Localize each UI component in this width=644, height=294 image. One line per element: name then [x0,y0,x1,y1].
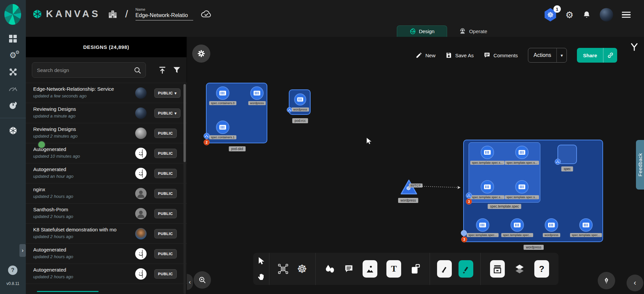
components-tool[interactable] [277,263,289,275]
drawer-tool[interactable] [490,260,505,278]
collapse-panel-button[interactable]: ‹ [187,274,193,290]
settings-gear-icon[interactable]: ⚙ [566,10,574,20]
sidebar-item-lifecycle[interactable]: ⚙⚙ [6,50,20,60]
visibility-badge[interactable]: PUBLIC [154,169,177,178]
list-item[interactable]: Reviewing Designs updated a minute ago P… [26,103,187,123]
visibility-badge[interactable]: PUBLIC▾ [154,108,180,118]
list-item[interactable]: Autogenerated updated 2 hours ago PUBLIC [26,264,187,284]
tab-operate[interactable]: Operate [447,25,499,37]
search-input[interactable] [37,63,131,77]
list-item[interactable]: nginx updated 2 hours ago PUBLIC [26,183,187,203]
design-updated: updated 2 hours ago [33,254,73,259]
pod-template-group[interactable]: spec.template.spec.s... spec.template.sp… [469,142,540,203]
actions-caret-icon[interactable]: ▾ [556,48,567,63]
list-item[interactable]: Autogenerated updated 10 minutes ago PUB… [26,143,187,163]
pointer-tool-button[interactable] [598,272,615,289]
menu-hamburger-icon[interactable] [622,12,631,18]
container-node[interactable] [216,86,229,100]
kubernetes-context-badge[interactable]: ☸ 1 [544,8,557,21]
kubernetes-tool[interactable]: ☸ [297,262,307,276]
container-label: wordpress [291,107,309,112]
feedback-tab[interactable]: Feedback [636,140,644,190]
visibility-badge[interactable]: PUBLIC [154,249,177,259]
container-node[interactable] [515,180,529,194]
select-tool[interactable] [257,257,265,266]
container-node[interactable] [515,146,529,159]
sidebar-item-extensions[interactable] [6,100,20,111]
collapse-right-button[interactable]: ‹ [627,275,643,291]
highlighter-tool-active[interactable] [459,260,473,278]
list-item[interactable]: K8 Statefulset demonstration with mo upd… [26,223,187,243]
container-node[interactable] [545,218,558,232]
design-name-input[interactable] [136,12,193,20]
sidebar-item-dashboard[interactable] [6,33,20,44]
sidebar-item-performance[interactable] [6,84,20,94]
container-node[interactable] [481,146,494,159]
error-count-badge: 3 [466,199,472,205]
actions-dropdown-button[interactable]: Actions ▾ [528,48,567,63]
tools-icon [9,68,17,76]
text-tool[interactable]: T [386,260,401,278]
share-button[interactable]: Share [577,48,617,63]
visibility-badge[interactable]: PUBLIC [154,149,177,158]
list-item[interactable]: Reviewing Designs updated 2 minutes ago … [26,123,187,143]
designs-scrollbar-thumb[interactable] [183,84,186,162]
design-canvas[interactable]: New Save As Comments Actions ▾ Share [187,37,644,294]
help-button[interactable]: ? [8,266,17,275]
dock-toggle-button[interactable] [192,45,210,63]
notifications-bell-icon[interactable] [582,10,591,19]
tab-design[interactable]: Design [397,25,447,37]
visibility-badge[interactable]: PUBLIC [154,129,177,138]
container-icon [518,184,526,190]
visibility-badge[interactable]: PUBLIC [154,269,177,279]
container-node[interactable] [294,93,306,105]
pen-tool[interactable] [437,260,452,278]
note-tool[interactable] [411,264,421,274]
meshery-logo-icon[interactable] [4,4,21,25]
save-as-button[interactable]: Save As [445,52,474,59]
container-node[interactable] [216,121,229,134]
visibility-badge[interactable]: PUBLIC [154,229,177,238]
spec-node[interactable] [557,145,577,164]
user-avatar[interactable] [600,8,613,21]
designs-list: Edge-Network-Relationship: Service updat… [26,83,187,294]
list-item[interactable]: Santhosh-Prom updated 2 hours ago PUBLIC [26,203,187,223]
copy-link-button[interactable] [603,48,617,63]
new-button[interactable]: New [416,52,435,59]
owner-avatar [135,148,147,159]
image-tool[interactable] [363,260,377,278]
cursor-arrow-icon [257,257,265,266]
container-node[interactable] [579,218,593,232]
container-node[interactable] [250,86,264,100]
list-item[interactable]: Autogenerated updated 2 hours ago PUBLIC [26,243,187,264]
visibility-badge[interactable]: PUBLIC [154,189,177,198]
visibility-badge[interactable]: PUBLIC▾ [154,88,180,98]
git-merge-icon[interactable] [630,42,639,52]
container-node[interactable] [511,218,524,232]
pod-node[interactable]: wordpress pod-rcc [289,89,311,115]
visibility-badge[interactable]: PUBLIC [154,209,177,218]
shapes-tool[interactable] [325,264,335,274]
comment-tool[interactable] [344,264,354,274]
zoom-in-button[interactable] [194,271,211,289]
service-node[interactable]: ☸ 80/TCP wordpress [400,179,420,200]
list-item[interactable]: Autogenerated updated an hour ago PUBLIC [26,163,187,183]
comments-button[interactable]: Comments [484,52,518,59]
list-item[interactable]: Edge-Network-Relationship: Service updat… [26,83,187,103]
container-node[interactable] [476,218,489,232]
mode-tabs: Design Operate [397,25,499,37]
design-title: Autogenerated [33,247,130,252]
deployment-group-node[interactable]: spec.template.spec.s... spec.template.sp… [463,140,603,242]
sidebar-item-kanvas[interactable] [6,126,20,136]
organization-icon[interactable] [108,9,118,19]
designs-search-row [26,57,186,83]
panel-expand-button[interactable]: › [19,244,26,257]
container-node[interactable] [481,180,494,194]
layers-tool[interactable] [514,264,525,274]
sidebar-item-configuration[interactable] [6,67,20,77]
import-design-button[interactable] [158,65,167,75]
pan-tool[interactable] [257,272,265,281]
filter-button[interactable] [172,65,181,75]
pod-group-node[interactable]: spec.containers.0 wordpress spec.contain… [206,83,267,143]
help-tool[interactable]: ? [534,260,549,278]
